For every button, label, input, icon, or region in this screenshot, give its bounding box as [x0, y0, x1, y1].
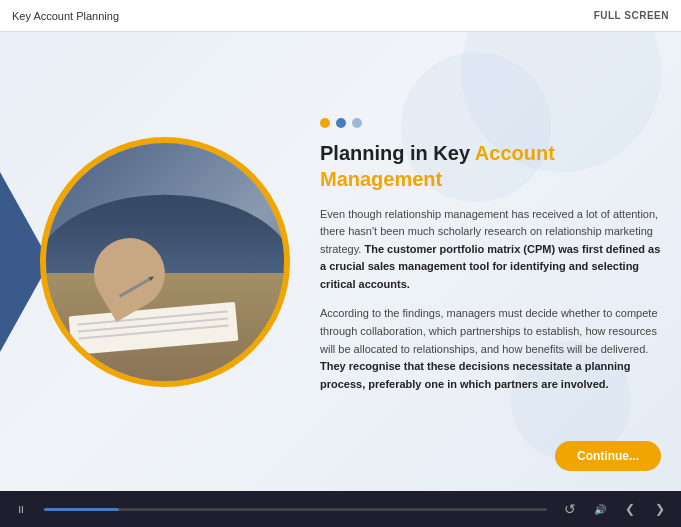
progress-bar-fill: [44, 508, 119, 511]
app-title: Key Account Planning: [12, 10, 119, 22]
fullscreen-button[interactable]: FULL SCREEN: [594, 10, 669, 21]
hero-image-inner: [46, 143, 284, 381]
refresh-button[interactable]: [559, 498, 581, 520]
dot-3: [352, 118, 362, 128]
slide-title: Planning in Key Account Management: [320, 140, 661, 192]
slide-paragraph-2: According to the findings, managers must…: [320, 306, 661, 394]
bottom-control-bar: [0, 491, 681, 527]
app-wrapper: Key Account Planning FULL SCREEN: [0, 0, 681, 527]
slide-paragraph-1: Even though relationship management has …: [320, 206, 661, 294]
dot-2: [336, 118, 346, 128]
slide-title-part1: Planning in Key: [320, 142, 475, 164]
main-content: Planning in Key Account Management Even …: [0, 32, 681, 491]
person-jacket: [46, 143, 284, 274]
chevron-left-icon: [625, 502, 635, 516]
dots-indicator: [320, 118, 661, 128]
progress-bar[interactable]: [44, 508, 547, 511]
volume-button[interactable]: [589, 498, 611, 520]
chevron-right-icon: [655, 502, 665, 516]
slide-text-content: Planning in Key Account Management Even …: [320, 118, 661, 406]
hero-image: [40, 137, 290, 387]
pause-icon: [16, 502, 26, 516]
pause-button[interactable]: [10, 498, 32, 520]
paper-lines: [77, 310, 229, 344]
continue-button[interactable]: Continue...: [555, 441, 661, 471]
prev-button[interactable]: [619, 498, 641, 520]
paper: [68, 301, 237, 355]
refresh-icon: [564, 501, 576, 517]
next-button[interactable]: [649, 498, 671, 520]
volume-icon: [594, 502, 606, 516]
dot-1: [320, 118, 330, 128]
top-bar: Key Account Planning FULL SCREEN: [0, 0, 681, 32]
